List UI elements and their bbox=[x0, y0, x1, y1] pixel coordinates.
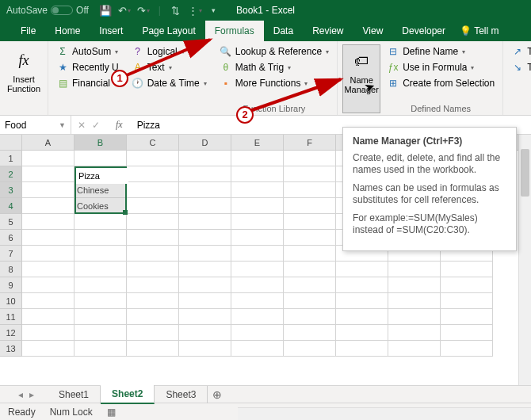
tab-developer[interactable]: Developer bbox=[392, 21, 455, 41]
tooltip-text: For example:=SUM(MySales) instead of =SU… bbox=[353, 212, 506, 236]
row-header[interactable]: 2 bbox=[0, 166, 21, 182]
sheet-prev-icon[interactable]: ◂ bbox=[16, 389, 25, 400]
create-from-selection-button[interactable]: ⊞Create from Selection bbox=[384, 76, 498, 90]
status-ready: Ready bbox=[8, 407, 36, 418]
define-name-button[interactable]: ⊟Define Name▾ bbox=[384, 44, 498, 59]
tab-view[interactable]: View bbox=[353, 21, 393, 41]
row-header[interactable]: 12 bbox=[0, 325, 21, 341]
tooltip-title: Name Manager (Ctrl+F3) bbox=[353, 136, 506, 147]
tooltip-name-manager: Name Manager (Ctrl+F3) Create, edit, del… bbox=[342, 127, 517, 251]
tab-review[interactable]: Review bbox=[303, 21, 353, 41]
use-in-formula-button[interactable]: ƒxUse in Formula▾ bbox=[384, 60, 498, 74]
row-headers: 1 2 3 4 5 6 7 8 9 10 11 12 13 bbox=[0, 151, 22, 357]
recently-used-button[interactable]: ★Recently U bbox=[53, 60, 122, 74]
trace-icon: ↗ bbox=[511, 45, 524, 58]
cell-b2[interactable]: Pizza bbox=[74, 166, 127, 182]
tellme-label: Tell m bbox=[474, 25, 499, 36]
row-header[interactable]: 7 bbox=[0, 246, 21, 262]
trace-dependents-button[interactable]: ↘Trac bbox=[508, 60, 531, 74]
row-header[interactable]: 5 bbox=[0, 214, 21, 230]
autosum-button[interactable]: ΣAutoSum▾ bbox=[53, 44, 122, 59]
row-header[interactable]: 8 bbox=[0, 262, 21, 277]
sheet-tab-3[interactable]: Sheet3 bbox=[155, 386, 208, 403]
cell-b3[interactable]: Chinese bbox=[74, 182, 127, 198]
tab-file[interactable]: File bbox=[11, 21, 45, 41]
enter-icon[interactable]: ✓ bbox=[92, 120, 100, 131]
name-box-value: Food bbox=[5, 120, 26, 131]
select-all-corner[interactable] bbox=[0, 135, 22, 151]
row-header[interactable]: 10 bbox=[0, 293, 21, 309]
defined-names-label: Defined Names bbox=[384, 102, 498, 113]
add-sheet-button[interactable]: ⊕ bbox=[208, 388, 227, 401]
autosave-label: AutoSave bbox=[6, 5, 48, 16]
name-manager-icon: 🏷 bbox=[349, 48, 374, 74]
group-audit: ↗Trac ↘Trac bbox=[503, 41, 531, 115]
status-numlock: Num Lock bbox=[50, 407, 93, 418]
fx-icon[interactable]: fx bbox=[116, 119, 123, 131]
quick-access-toolbar: 💾 ↶▾ ↷▾ | ⇅ ⋮▾ ▾ bbox=[100, 5, 220, 16]
horizontal-scrollbar[interactable] bbox=[238, 407, 531, 420]
group-defined-names: 🏷 NameManager ⊟Define Name▾ ƒxUse in For… bbox=[338, 41, 503, 115]
tab-data[interactable]: Data bbox=[264, 21, 303, 41]
insert-function-label: InsertFunction bbox=[7, 74, 40, 94]
cell-b4[interactable]: Cookies bbox=[74, 198, 127, 214]
tab-home[interactable]: Home bbox=[45, 21, 90, 41]
macro-record-icon[interactable]: ▦ bbox=[107, 407, 116, 418]
tag-icon: ⊟ bbox=[387, 45, 399, 58]
insert-function-button[interactable]: fx InsertFunction bbox=[5, 44, 43, 94]
row-header[interactable]: 11 bbox=[0, 309, 21, 325]
col-header[interactable]: C bbox=[127, 135, 179, 150]
sheet-tab-2[interactable]: Sheet2 bbox=[101, 385, 155, 404]
callout-1: 1 bbox=[111, 70, 128, 87]
annotation-arrow-1 bbox=[119, 33, 222, 81]
row-header[interactable]: 6 bbox=[0, 230, 21, 246]
tab-tellme[interactable]: 💡 Tell m bbox=[455, 21, 508, 41]
group-insert-function: fx InsertFunction bbox=[0, 41, 48, 115]
col-header[interactable]: B bbox=[74, 135, 127, 150]
name-box[interactable]: Food ▼ bbox=[0, 116, 71, 134]
star-icon: ★ bbox=[56, 61, 69, 74]
autosave-state: Off bbox=[76, 5, 89, 16]
col-header[interactable]: E bbox=[231, 135, 284, 150]
title-bar: AutoSave Off 💾 ↶▾ ↷▾ | ⇅ ⋮▾ ▾ Book1 - Ex… bbox=[0, 0, 531, 21]
col-header[interactable]: D bbox=[179, 135, 231, 150]
col-header[interactable]: F bbox=[284, 135, 336, 150]
sheet-nav: ◂ ▸ bbox=[16, 389, 36, 400]
create-icon: ⊞ bbox=[387, 77, 399, 90]
row-header[interactable]: 13 bbox=[0, 341, 21, 357]
row-header[interactable]: 1 bbox=[0, 151, 21, 166]
sheet-tab-1[interactable]: Sheet1 bbox=[48, 386, 101, 403]
connections-icon[interactable]: ⋮▾ bbox=[189, 5, 201, 16]
row-header[interactable]: 4 bbox=[0, 198, 21, 214]
svg-line-0 bbox=[123, 40, 210, 77]
fx-icon: fx bbox=[11, 48, 36, 73]
callout-2: 2 bbox=[236, 106, 254, 124]
trace2-icon: ↘ bbox=[511, 61, 524, 74]
lookup-button[interactable]: 🔍Lookup & Reference▾ bbox=[216, 44, 332, 59]
trace-precedents-button[interactable]: ↗Trac bbox=[508, 44, 531, 59]
save-icon[interactable]: 💾 bbox=[100, 5, 111, 16]
col-header[interactable]: A bbox=[22, 135, 74, 150]
chevron-down-icon: ▼ bbox=[59, 121, 66, 129]
financial-icon: ▤ bbox=[56, 77, 69, 90]
formula-bar[interactable]: Pizza bbox=[129, 120, 160, 131]
undo-icon[interactable]: ↶▾ bbox=[119, 5, 130, 16]
ribbon-tabs: File Home Insert Page Layout Formulas Da… bbox=[0, 21, 531, 41]
annotation-arrow-2 bbox=[246, 71, 349, 119]
sigma-icon: Σ bbox=[56, 45, 69, 58]
redo-icon[interactable]: ↷▾ bbox=[138, 5, 149, 16]
vertical-scrollbar[interactable] bbox=[518, 135, 531, 385]
sheet-next-icon[interactable]: ▸ bbox=[27, 389, 36, 400]
document-title: Book1 - Excel bbox=[236, 5, 295, 16]
tooltip-text: Names can be used in formulas as substit… bbox=[353, 182, 506, 206]
customize-icon[interactable]: ▾ bbox=[208, 5, 220, 16]
tooltip-text: Create, edit, delete, and find all the n… bbox=[353, 152, 506, 176]
sheet-tabs-bar: ◂ ▸ Sheet1 Sheet2 Sheet3 ⊕ bbox=[0, 385, 531, 403]
formula-icon: ƒx bbox=[387, 61, 399, 74]
row-header[interactable]: 3 bbox=[0, 182, 21, 198]
row-header[interactable]: 9 bbox=[0, 277, 21, 293]
cancel-icon[interactable]: ✕ bbox=[78, 120, 86, 131]
autosave-toggle[interactable]: AutoSave Off bbox=[6, 5, 89, 16]
sort-icon[interactable]: ⇅ bbox=[170, 5, 181, 16]
formula-controls: ✕ ✓ fx bbox=[71, 119, 129, 131]
